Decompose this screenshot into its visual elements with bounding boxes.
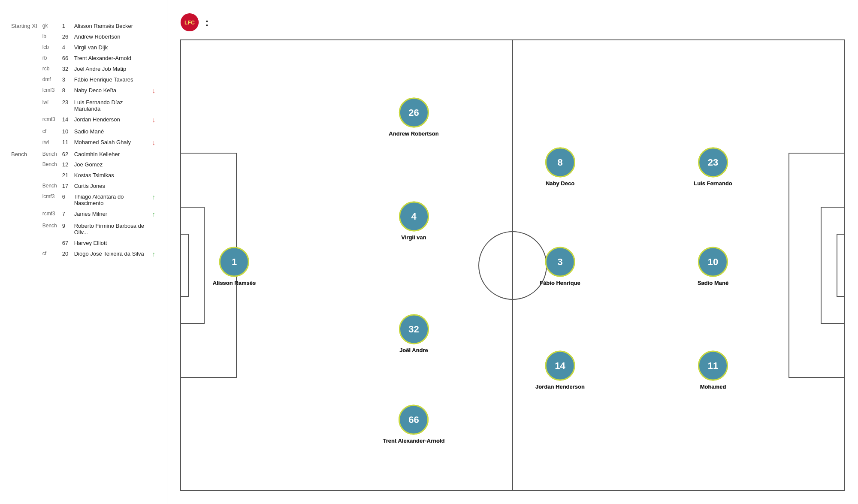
row-num: 14	[60, 114, 72, 126]
row-name: Joël Andre Job Matip	[72, 63, 149, 74]
row-icon	[149, 159, 158, 170]
row-name: Caoimhin Kelleher	[72, 149, 149, 160]
row-pos	[40, 170, 60, 181]
colon: :	[205, 16, 209, 29]
row-icon: ↑	[149, 248, 158, 260]
row-num: 20	[60, 248, 72, 260]
player-node: 1 Alisson Ramsés	[213, 247, 256, 286]
row-pos: Bench	[40, 149, 60, 160]
row-section	[9, 31, 40, 42]
player-circle: 26	[399, 98, 429, 128]
player-name: Luis Fernando	[694, 180, 732, 186]
row-num: 4	[60, 42, 72, 53]
player-circle: 4	[399, 202, 429, 232]
row-section	[9, 159, 40, 170]
row-pos: gk	[40, 21, 60, 31]
row-icon	[149, 220, 158, 238]
right-goal	[837, 234, 844, 297]
row-pos: rcb	[40, 63, 60, 74]
row-section	[9, 85, 40, 97]
row-section	[9, 74, 40, 85]
row-pos: rcmf3	[40, 114, 60, 126]
row-name: Luis Fernando Díaz Marulanda	[72, 97, 149, 114]
row-num: 12	[60, 159, 72, 170]
player-name: Joël Andre	[399, 347, 428, 353]
row-icon	[149, 170, 158, 181]
row-name: Alisson Ramsés Becker	[72, 21, 149, 31]
arrow-down-icon: ↓	[152, 139, 155, 146]
row-icon: ↑	[149, 208, 158, 220]
svg-text:LFC: LFC	[184, 20, 195, 26]
arrow-down-icon: ↓	[152, 87, 155, 94]
row-icon: ↓	[149, 137, 158, 149]
row-num: 11	[60, 137, 72, 149]
row-num: 21	[60, 170, 72, 181]
row-num: 1	[60, 21, 72, 31]
player-name: Alisson Ramsés	[213, 279, 256, 286]
row-name: James Milner	[72, 208, 149, 220]
row-pos: dmf	[40, 74, 60, 85]
row-icon	[149, 74, 158, 85]
right-panel: LFC : 1 Alisson Ramsés 26 Andrew Roberts…	[167, 0, 858, 504]
team-logo: LFC	[180, 13, 199, 32]
row-icon	[149, 53, 158, 63]
row-pos: Bench	[40, 220, 60, 238]
row-icon: ↓	[149, 114, 158, 126]
row-pos: lb	[40, 31, 60, 42]
player-node: 23 Luis Fernando	[694, 147, 732, 186]
player-circle: 10	[698, 247, 728, 277]
row-icon	[149, 21, 158, 31]
row-icon	[149, 181, 158, 191]
row-name: Diogo José Teixeira da Silva	[72, 248, 149, 260]
player-name: Mohamed	[700, 383, 726, 389]
row-pos: cf	[40, 248, 60, 260]
row-pos: Bench	[40, 181, 60, 191]
row-name: Harvey Elliott	[72, 238, 149, 248]
row-num: 32	[60, 63, 72, 74]
row-name: Joe Gomez	[72, 159, 149, 170]
row-pos	[40, 238, 60, 248]
row-num: 3	[60, 74, 72, 85]
row-name: Virgil van Dijk	[72, 42, 149, 53]
row-section	[9, 97, 40, 114]
player-node: 3 Fábio Henrique	[540, 247, 580, 286]
row-name: Kostas Tsimikas	[72, 170, 149, 181]
player-name: Andrew Robertson	[389, 130, 438, 137]
row-pos: cf	[40, 126, 60, 137]
player-circle: 11	[698, 350, 728, 380]
team-name-formation: :	[205, 16, 209, 29]
arrow-up-icon: ↑	[152, 250, 155, 258]
player-node: 11 Mohamed	[698, 350, 728, 389]
player-circle: 14	[545, 350, 575, 380]
row-icon	[149, 31, 158, 42]
arrow-up-icon: ↑	[152, 211, 155, 218]
player-node: 4 Virgil van	[399, 202, 429, 241]
row-section	[9, 248, 40, 260]
row-icon	[149, 238, 158, 248]
row-name: Trent Alexander-Arnold	[72, 53, 149, 63]
row-section: Starting XI	[9, 21, 40, 31]
row-section	[9, 42, 40, 53]
lineup-table: Starting XI gk 1 Alisson Ramsés Becker l…	[9, 21, 158, 260]
row-section	[9, 137, 40, 149]
row-name: Curtis Jones	[72, 181, 149, 191]
player-name: Fábio Henrique	[540, 279, 580, 286]
row-section	[9, 53, 40, 63]
row-num: 6	[60, 191, 72, 208]
player-node: 8 Naby Deco	[545, 147, 575, 186]
row-name: Roberto Firmino Barbosa de Oliv...	[72, 220, 149, 238]
row-section	[9, 208, 40, 220]
player-node: 32 Joël Andre	[399, 314, 429, 353]
row-num: 23	[60, 97, 72, 114]
row-section	[9, 126, 40, 137]
row-icon: ↑	[149, 191, 158, 208]
row-name: Fábio Henrique Tavares	[72, 74, 149, 85]
row-pos: Bench	[40, 159, 60, 170]
player-circle: 66	[399, 405, 429, 435]
row-num: 8	[60, 85, 72, 97]
row-icon	[149, 149, 158, 160]
player-node: 66 Trent Alexander-Arnold	[383, 405, 445, 444]
player-circle: 3	[545, 247, 575, 277]
row-section	[9, 238, 40, 248]
row-section	[9, 220, 40, 238]
